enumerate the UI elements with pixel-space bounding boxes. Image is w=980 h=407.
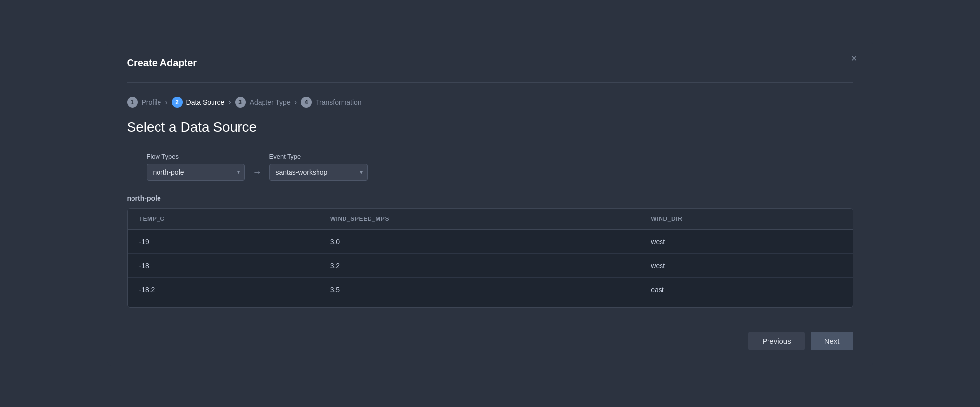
event-type-select[interactable]: santas-workshop elves-workshop [269, 164, 368, 181]
previous-button[interactable]: Previous [748, 332, 804, 350]
table-section-label: north-pole [127, 194, 853, 202]
cell-temp-3: -18.2 [128, 277, 318, 301]
breadcrumb: 1 Profile › 2 Data Source › 3 Adapter Ty… [127, 97, 853, 108]
breadcrumb-label-1: Profile [142, 98, 161, 106]
table-row: -18.2 3.5 east [128, 277, 853, 301]
arrow-connector: → [253, 156, 262, 178]
cell-wind-dir-1: west [639, 229, 852, 253]
breadcrumb-step-3: 3 Adapter Type [235, 97, 291, 108]
table-row: -19 3.0 west [128, 229, 853, 253]
column-header-wind-speed: WIND_SPEED_MPS [318, 209, 639, 230]
cell-temp-1: -19 [128, 229, 318, 253]
event-type-select-wrapper: santas-workshop elves-workshop ▾ [269, 164, 368, 181]
cell-wind-speed-2: 3.2 [318, 253, 639, 277]
breadcrumb-sep-2: › [228, 98, 231, 107]
breadcrumb-number-4: 4 [301, 97, 312, 108]
footer: Previous Next [127, 324, 853, 350]
cell-wind-dir-2: west [639, 253, 852, 277]
column-header-wind-dir: WIND_DIR [639, 209, 852, 230]
column-header-temp: TEMP_C [128, 209, 318, 230]
flow-types-select-wrapper: north-pole south-pole ▾ [147, 164, 245, 181]
page-heading: Select a Data Source [127, 119, 853, 135]
cell-wind-dir-3: east [639, 277, 852, 301]
breadcrumb-number-3: 3 [235, 97, 246, 108]
table-row: -18 3.2 west [128, 253, 853, 277]
breadcrumb-sep-3: › [294, 98, 297, 107]
top-divider [127, 82, 853, 83]
breadcrumb-step-1: 1 Profile [127, 97, 161, 108]
breadcrumb-label-2: Data Source [186, 98, 225, 106]
breadcrumb-number-1: 1 [127, 97, 138, 108]
cell-temp-2: -18 [128, 253, 318, 277]
breadcrumb-number-2: 2 [172, 97, 183, 108]
event-type-group: Event Type santas-workshop elves-worksho… [269, 153, 368, 181]
breadcrumb-label-3: Adapter Type [250, 98, 291, 106]
modal: × Create Adapter 1 Profile › 2 Data Sour… [107, 42, 873, 366]
flow-types-group: Flow Types north-pole south-pole ▾ [147, 153, 245, 181]
data-table-container: TEMP_C WIND_SPEED_MPS WIND_DIR -19 3.0 w… [127, 208, 853, 308]
close-button[interactable]: × [848, 52, 861, 65]
cell-wind-speed-1: 3.0 [318, 229, 639, 253]
flow-types-label: Flow Types [147, 153, 245, 160]
modal-title: Create Adapter [127, 57, 853, 69]
cell-wind-speed-3: 3.5 [318, 277, 639, 301]
event-type-label: Event Type [269, 153, 368, 160]
table-header-row: TEMP_C WIND_SPEED_MPS WIND_DIR [128, 209, 853, 230]
filter-row: Flow Types north-pole south-pole ▾ → Eve… [127, 153, 853, 181]
next-button[interactable]: Next [811, 332, 853, 350]
data-table: TEMP_C WIND_SPEED_MPS WIND_DIR -19 3.0 w… [128, 209, 853, 301]
breadcrumb-step-4: 4 Transformation [301, 97, 362, 108]
breadcrumb-step-2: 2 Data Source [172, 97, 225, 108]
breadcrumb-label-4: Transformation [316, 98, 362, 106]
breadcrumb-sep-1: › [165, 98, 167, 107]
flow-types-select[interactable]: north-pole south-pole [147, 164, 245, 181]
